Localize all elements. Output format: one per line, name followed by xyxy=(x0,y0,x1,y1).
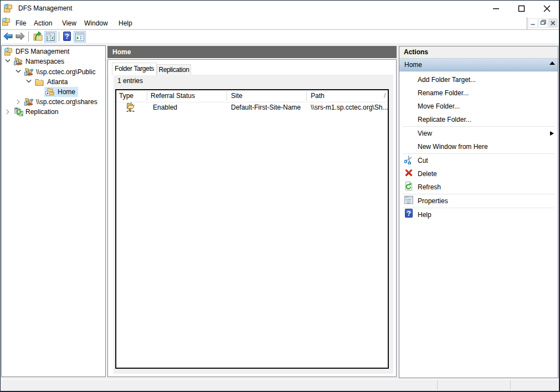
svg-text:?: ? xyxy=(407,210,411,218)
svg-text:?: ? xyxy=(65,32,69,40)
